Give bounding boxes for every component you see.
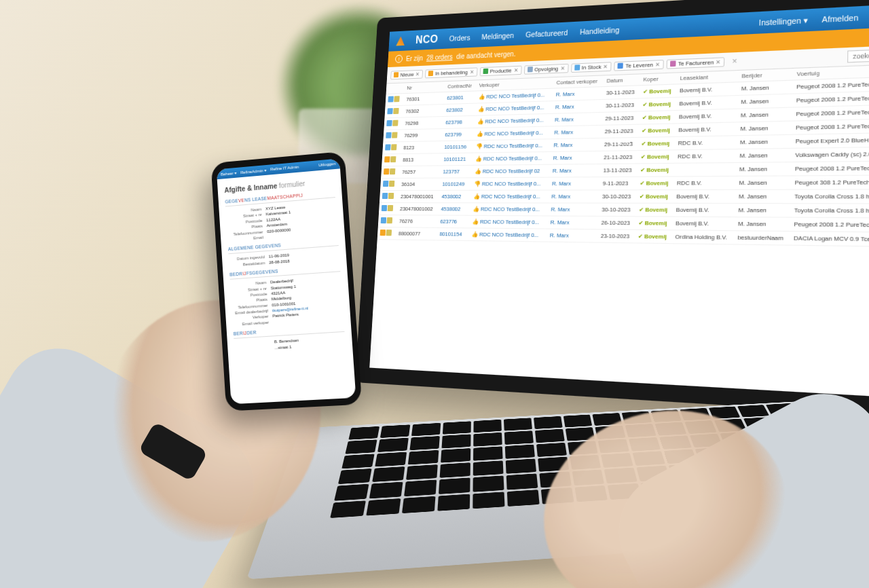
row-status-icon (381, 217, 387, 223)
cell-contract[interactable]: 10101249 (439, 178, 472, 191)
filter-color-icon (618, 63, 623, 69)
cell-verkoper[interactable]: RDC NCO TestBedrijf 0... (479, 194, 540, 200)
cell-contract[interactable]: 10101156 (441, 141, 474, 153)
cell-contract[interactable]: 4538002 (438, 203, 470, 216)
filter-close-icon[interactable]: ✕ (604, 63, 608, 70)
cell-datum: 30-11-2023 (603, 98, 640, 113)
col-Datum[interactable]: Datum (604, 74, 640, 86)
filter-close-icon[interactable]: ✕ (513, 67, 518, 73)
cell-verkoper[interactable]: RDC NCO TestBedrijf 0... (482, 143, 542, 150)
phone-form-title-strong: Afgifte & Inname (224, 182, 277, 194)
check-icon: ✔ (640, 180, 645, 187)
cell-koper: Bovemij (646, 166, 669, 173)
cell-koper: Bovemij (646, 180, 668, 187)
thumbs-down-icon: 👎 (474, 181, 481, 187)
col-icons[interactable] (386, 83, 405, 94)
laptop: NCO Orders Meldingen Gefactureerd Handle… (367, 14, 869, 421)
cell-verkoper[interactable]: RDC NCO TestBedrijf 0... (483, 130, 543, 137)
cell-contact[interactable]: R. Marx (549, 190, 599, 203)
filter-color-icon (670, 60, 676, 67)
cell-contact[interactable]: R. Marx (547, 216, 599, 229)
table-row[interactable]: 2304780010014538002👍 RDC NCO TestBedrijf… (380, 189, 869, 204)
check-icon: ✔ (642, 114, 647, 121)
cell-verkoper[interactable]: RDC NCO TestBedrijf 0... (481, 155, 542, 162)
cell-berijder: M. Jansen (738, 80, 794, 95)
search-input[interactable] (847, 48, 869, 63)
thumbs-up-icon: 👍 (472, 219, 479, 225)
cell-contact[interactable]: R. Marx (553, 87, 604, 101)
cell-verkoper[interactable]: RDC NCO TestBedrijf 0... (479, 206, 540, 213)
filter-clear-all-icon[interactable]: ✕ (732, 58, 738, 65)
filter-close-icon[interactable]: ✕ (655, 61, 661, 68)
cell-contract[interactable]: 123757 (440, 165, 473, 178)
cell-contract[interactable]: 623801 (444, 91, 476, 105)
cell-contract[interactable]: 623798 (443, 115, 475, 128)
cell-contract[interactable]: 623802 (443, 103, 476, 116)
row-status-icon (386, 120, 392, 126)
nav-afmelden[interactable]: Afmelden (822, 13, 859, 24)
phone-screen: Beheer ▾ RefineAdmin ▾ Refine IT Admin U… (217, 158, 356, 404)
cell-contact[interactable]: R. Marx (553, 99, 604, 113)
cell-contact[interactable]: R. Marx (551, 125, 602, 139)
cell-verkoper[interactable]: RDC NCO TestBedrijf 02 (481, 168, 540, 174)
cell-contact[interactable]: R. Marx (550, 151, 601, 164)
cell-datum: 21-11-2023 (601, 151, 638, 164)
nav-instellingen[interactable]: Instellingen ▾ (759, 16, 809, 28)
col-ContractNr[interactable]: ContractNr (445, 80, 477, 92)
filter-close-icon[interactable]: ✕ (470, 69, 475, 75)
nav-gefactureerd[interactable]: Gefactureerd (525, 29, 568, 39)
filter-color-icon (428, 71, 434, 76)
cell-contract[interactable]: 623799 (442, 128, 475, 141)
filter-close-icon[interactable]: ✕ (716, 58, 721, 65)
cell-berijder: M. Jansen (735, 217, 791, 232)
cell-contact[interactable]: R. Marx (549, 177, 600, 190)
filter-te-leveren[interactable]: Te Leveren✕ (614, 59, 664, 71)
cell-verkoper[interactable]: RDC NCO TestBedrijf 0... (480, 181, 540, 187)
cell-contract[interactable]: 4538002 (439, 190, 471, 202)
cell-verkoper[interactable]: RDC NCO TestBedrijf 0... (479, 219, 540, 225)
nav-handleiding[interactable]: Handleiding (580, 26, 620, 36)
col-Koper[interactable]: Koper (640, 73, 678, 85)
filter-nieuw[interactable]: Nieuw✕ (390, 69, 423, 79)
filter-in-behandeling[interactable]: In behandeling✕ (425, 67, 477, 78)
phone-nav-refineit[interactable]: Refine IT Admin (270, 165, 299, 172)
cell-verkoper[interactable]: RDC NCO TestBedrijf 0... (484, 105, 544, 113)
cell-contact[interactable]: R. Marx (547, 229, 598, 242)
phone-nav-uitloggen[interactable]: Uitloggen (318, 162, 336, 168)
cell-voertuig: Peugeot 2008 1.2 PureTec... (793, 91, 869, 107)
cell-contact[interactable]: R. Marx (550, 164, 601, 177)
cell-contract[interactable]: 10101121 (441, 153, 473, 166)
alert-link[interactable]: 28 orders (426, 53, 453, 62)
table-row[interactable]: 3610410101249👎 RDC NCO TestBedrijf 0...R… (380, 175, 869, 191)
filter-close-icon[interactable]: ✕ (560, 65, 565, 72)
nav-meldingen[interactable]: Meldingen (481, 31, 514, 41)
filter-close-icon[interactable]: ✕ (415, 71, 420, 77)
cell-leaseklant: RDC B.V. (675, 149, 737, 164)
filter-te-factureren[interactable]: Te Factureren✕ (667, 57, 725, 69)
cell-contact[interactable]: R. Marx (552, 112, 603, 126)
cell-berijder: M. Jansen (737, 107, 793, 122)
nav-orders[interactable]: Orders (449, 33, 470, 42)
cell-verkoper[interactable]: RDC NCO TestBedrijf 0... (478, 232, 539, 239)
app-name: NCO (415, 33, 439, 46)
cell-koper: Bovemij (646, 194, 668, 200)
cell-koper: Bovemij (644, 233, 667, 240)
cell-contract[interactable]: 623776 (437, 215, 470, 228)
filter-productie[interactable]: Productie✕ (479, 65, 521, 76)
cell-contact[interactable]: R. Marx (548, 203, 599, 216)
thumbs-up-icon: 👍 (477, 118, 484, 124)
cell-contract[interactable]: 80101154 (437, 227, 469, 240)
phone-nav-refineadmin[interactable]: RefineAdmin ▾ (240, 168, 267, 174)
cell-berijder: bestuurderNaam (735, 231, 791, 245)
filter-opvolging[interactable]: Opvolging✕ (523, 63, 568, 74)
filter-color-icon (394, 72, 399, 77)
filter-in-stock[interactable]: In Stock✕ (571, 62, 612, 73)
cell-verkoper[interactable]: RDC NCO TestBedrijf 0... (485, 92, 545, 100)
cell-nr: 88000077 (396, 227, 437, 240)
cell-datum: 13-11-2023 (600, 164, 637, 177)
cell-verkoper[interactable]: RDC NCO TestBedrijf 0... (483, 117, 544, 124)
cell-contact[interactable]: R. Marx (551, 138, 602, 151)
thumbs-down-icon: 👎 (476, 143, 483, 149)
phone-nav-beheer[interactable]: Beheer ▾ (221, 170, 237, 177)
row-status-icon (384, 156, 390, 162)
